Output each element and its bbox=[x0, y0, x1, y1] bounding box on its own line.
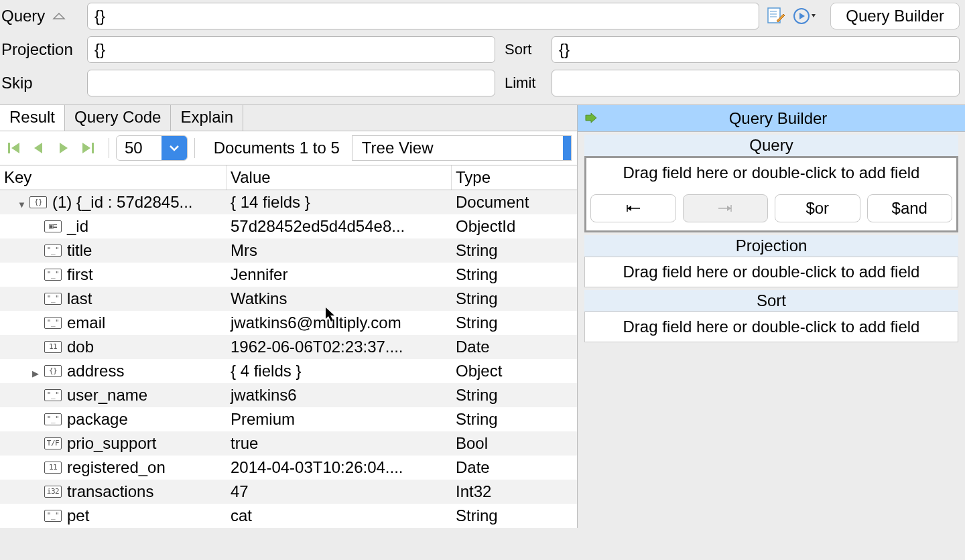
page-size-value: 50 bbox=[117, 139, 162, 157]
query-builder-button[interactable]: Query Builder bbox=[830, 3, 960, 29]
view-mode-select[interactable]: Tree View bbox=[352, 135, 572, 161]
field-value: Jennifer bbox=[227, 265, 452, 284]
field-key: email bbox=[67, 313, 105, 332]
qb-sort-dropzone[interactable]: Drag field here or double-click to add f… bbox=[584, 311, 958, 342]
svg-marker-21 bbox=[727, 206, 731, 211]
field-type-icon: "_" bbox=[44, 244, 62, 257]
field-value: { 4 fields } bbox=[227, 362, 452, 380]
field-type: Document bbox=[452, 193, 577, 212]
field-type-icon: "_" bbox=[44, 293, 62, 305]
document-range: Documents 1 to 5 bbox=[214, 139, 340, 157]
column-header-value: Value bbox=[227, 165, 452, 190]
field-value: { 14 fields } bbox=[227, 193, 452, 212]
column-header-key: Key bbox=[0, 165, 227, 190]
query-builder-header: Query Builder bbox=[578, 105, 965, 132]
tree-row[interactable]: ▣≡_id57d28452ed5d4d54e8...ObjectId bbox=[0, 214, 577, 238]
field-type: String bbox=[452, 265, 577, 284]
field-value: Premium bbox=[227, 410, 452, 429]
projection-input[interactable] bbox=[87, 36, 495, 63]
field-value: jwatkins6@multiply.com bbox=[227, 313, 452, 332]
field-type-icon: "_" bbox=[44, 389, 62, 401]
field-type: Bool bbox=[452, 434, 577, 453]
disclosure-down-icon[interactable] bbox=[17, 193, 28, 212]
qb-or-button[interactable]: $or bbox=[775, 194, 860, 222]
next-page-icon[interactable] bbox=[54, 139, 72, 157]
qb-outdent-button[interactable] bbox=[590, 194, 676, 222]
field-value: cat bbox=[227, 506, 452, 525]
field-type-icon: "_" bbox=[44, 269, 62, 281]
tab-query-code[interactable]: Query Code bbox=[65, 105, 171, 131]
query-label: Query bbox=[0, 7, 87, 25]
tree-row[interactable]: T/Fprio_supporttrueBool bbox=[0, 431, 577, 456]
field-value: true bbox=[227, 434, 452, 453]
disclosure-right-icon[interactable] bbox=[32, 362, 43, 380]
field-value: 47 bbox=[227, 482, 452, 501]
svg-marker-7 bbox=[799, 13, 805, 19]
svg-marker-0 bbox=[54, 13, 64, 19]
skip-input[interactable] bbox=[87, 70, 495, 96]
field-value: 57d28452ed5d4d54e8... bbox=[227, 217, 452, 236]
tab-result[interactable]: Result bbox=[0, 105, 65, 131]
field-key: (1) {_id : 57d2845... bbox=[52, 193, 192, 212]
apply-arrow-icon[interactable] bbox=[584, 110, 598, 127]
collapse-up-icon[interactable] bbox=[52, 12, 67, 21]
field-key: last bbox=[67, 289, 92, 308]
field-key: transactions bbox=[67, 482, 153, 501]
tree-row[interactable]: "_"emailjwatkins6@multiply.comString bbox=[0, 311, 577, 335]
tree-row[interactable]: "_"packagePremiumString bbox=[0, 407, 577, 431]
qb-projection-dropzone[interactable]: Drag field here or double-click to add f… bbox=[584, 257, 958, 287]
column-header-type: Type bbox=[452, 165, 577, 190]
field-type-icon: ▣≡ bbox=[44, 220, 62, 232]
limit-label: Limit bbox=[505, 74, 552, 92]
sort-label: Sort bbox=[505, 41, 552, 58]
qb-and-button[interactable]: $and bbox=[867, 194, 953, 222]
tree-row[interactable]: "_"lastWatkinsString bbox=[0, 287, 577, 311]
field-type: String bbox=[452, 241, 577, 260]
field-type: Int32 bbox=[452, 482, 577, 501]
field-key: _id bbox=[67, 217, 88, 236]
sort-input[interactable] bbox=[552, 36, 960, 63]
tree-row[interactable]: {}address{ 4 fields }Object bbox=[0, 359, 577, 383]
field-type-icon: i32 bbox=[44, 486, 62, 498]
qb-indent-button bbox=[683, 194, 769, 222]
tab-explain[interactable]: Explain bbox=[171, 105, 243, 131]
tree-row[interactable]: {}(1) {_id : 57d2845...{ 14 fields }Docu… bbox=[0, 190, 577, 214]
field-key: prio_support bbox=[67, 434, 156, 453]
last-page-icon[interactable] bbox=[78, 139, 96, 157]
field-type: String bbox=[452, 410, 577, 429]
field-value: Watkins bbox=[227, 289, 452, 308]
first-page-icon[interactable] bbox=[5, 139, 24, 157]
run-icon[interactable] bbox=[793, 6, 816, 26]
tree-row[interactable]: "_"titleMrsString bbox=[0, 238, 577, 263]
qb-section-projection: Projection bbox=[584, 235, 958, 257]
field-type-icon: "_" bbox=[44, 510, 62, 522]
tree-row[interactable]: 11dob1962-06-06T02:23:37....Date bbox=[0, 335, 577, 359]
projection-label: Projection bbox=[0, 40, 87, 59]
prev-page-icon[interactable] bbox=[29, 139, 48, 157]
tree-row[interactable]: "_"petcatString bbox=[0, 504, 577, 528]
field-value: jwatkins6 bbox=[227, 386, 452, 405]
query-input[interactable] bbox=[87, 3, 759, 29]
field-key: first bbox=[67, 265, 93, 284]
tree-row[interactable]: "_"firstJenniferString bbox=[0, 263, 577, 287]
field-key: package bbox=[67, 410, 128, 429]
page-size-select[interactable]: 50 bbox=[116, 135, 188, 161]
field-key: address bbox=[67, 362, 124, 380]
qb-section-query: Query bbox=[584, 135, 958, 156]
qb-query-dropzone[interactable]: Drag field here or double-click to add f… bbox=[586, 158, 956, 188]
field-key: user_name bbox=[67, 386, 147, 405]
limit-input[interactable] bbox=[552, 70, 960, 96]
field-value: 2014-04-03T10:26:04.... bbox=[227, 458, 452, 477]
field-type: String bbox=[452, 313, 577, 332]
tree-row[interactable]: 11registered_on2014-04-03T10:26:04....Da… bbox=[0, 456, 577, 480]
svg-rect-14 bbox=[92, 143, 94, 153]
tree-row[interactable]: "_"user_namejwatkins6String bbox=[0, 383, 577, 407]
query-builder-title: Query Builder bbox=[598, 109, 958, 128]
svg-rect-9 bbox=[8, 143, 10, 153]
field-key: pet bbox=[67, 506, 89, 525]
field-key: dob bbox=[67, 338, 94, 356]
field-type-icon: {} bbox=[44, 365, 62, 377]
tree-row[interactable]: i32transactions47Int32 bbox=[0, 480, 577, 504]
edit-icon[interactable] bbox=[766, 6, 786, 26]
skip-label: Skip bbox=[0, 74, 87, 92]
